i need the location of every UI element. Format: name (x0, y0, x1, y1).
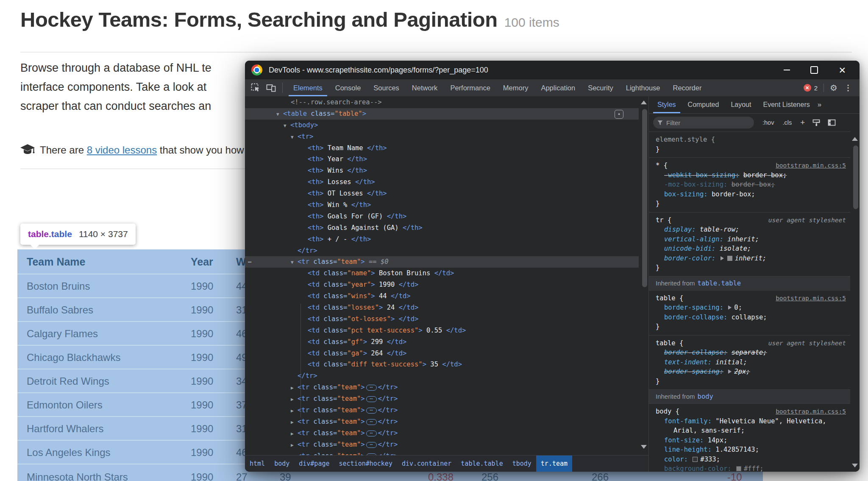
devtools-tab-lighthouse[interactable]: Lighthouse (620, 79, 667, 96)
breadcrumb-html[interactable]: html (245, 456, 270, 472)
breadcrumb-body[interactable]: body (270, 456, 294, 472)
devtools-tab-security[interactable]: Security (581, 79, 620, 96)
css-selector[interactable]: tr { (656, 216, 671, 224)
dom-node-hovered[interactable]: ▼<table class="table">✦ (245, 108, 639, 120)
css-property[interactable]: vertical-align: inherit; (649, 235, 850, 244)
expand-arrow-icon[interactable]: ▶ (291, 440, 298, 451)
stylesheet-source-link[interactable]: bootstrap.min.css:5 (776, 294, 846, 303)
close-button[interactable]: ✕ (838, 66, 846, 75)
inherited-target-link[interactable]: table.table (698, 280, 741, 287)
device-toolbar-icon[interactable] (266, 83, 276, 92)
devtools-tab-performance[interactable]: Performance (444, 79, 496, 96)
breadcrumb-div-page[interactable]: div#page (294, 456, 334, 472)
css-property[interactable]: line-height: 1.42857143; (649, 445, 850, 455)
expand-arrow-icon[interactable]: ▶ (291, 417, 298, 428)
inspect-element-icon[interactable] (250, 83, 261, 92)
sidebar-tabs-overflow-icon[interactable]: » (818, 101, 821, 109)
dom-node[interactable]: ▶<tr class="team">⋯</tr> (245, 428, 639, 439)
minimize-button[interactable] (784, 70, 790, 70)
node-menu-dots[interactable]: ⋯ (248, 256, 252, 268)
inherited-target-link[interactable]: body (698, 393, 713, 400)
toggle-hover-state[interactable]: :hov (762, 119, 774, 126)
stylesheet-source-link[interactable]: bootstrap.min.css:5 (776, 161, 846, 171)
css-property[interactable]: border-spacing: 2px; (649, 367, 850, 377)
expand-arrow-icon[interactable]: ▶ (291, 428, 298, 440)
collapse-arrow-icon[interactable]: ▼ (276, 109, 283, 120)
dom-node[interactable]: <td class="pct text-success"> 0.55 </td> (245, 325, 639, 336)
dom-node[interactable]: <th> Year </th> (245, 154, 639, 165)
dom-node[interactable]: <td class="ot-losses"> </td> (245, 313, 639, 325)
dom-node[interactable]: <td class="name"> Boston Bruins </td> (245, 268, 639, 279)
css-property[interactable]: font-family: "Helvetica Neue", Helvetica… (649, 417, 850, 436)
css-property[interactable]: color: #333; (649, 455, 850, 464)
scroll-up-arrow[interactable] (641, 101, 647, 104)
header-year[interactable]: Year (191, 255, 213, 268)
dom-node-selected[interactable]: ⋯▼<tr class="team"> == $0 (245, 256, 639, 268)
expand-arrow-icon[interactable]: ▶ (291, 383, 298, 394)
dom-node[interactable]: ▶<tr class="team">⋯</tr> (245, 416, 639, 428)
dom-node[interactable]: <td class="diff text-success"> 35 </td> (245, 359, 639, 370)
expand-arrow-icon[interactable] (728, 369, 732, 374)
css-property[interactable]: background-color: #fff; (649, 464, 850, 472)
css-property[interactable]: unicode-bidi: isolate; (649, 244, 850, 254)
css-selector[interactable]: table { (656, 294, 683, 302)
dom-node[interactable]: <td class="year"> 1990 </td> (245, 279, 639, 291)
css-property[interactable]: border-collapse: collapse; (649, 313, 850, 322)
dom-node[interactable]: <td class="gf"> 299 </td> (245, 336, 639, 348)
dom-node[interactable]: <!--.row.search-area--> (245, 97, 639, 108)
dom-node[interactable]: <th> Goals Against (GA) </th> (245, 222, 639, 234)
color-swatch[interactable] (727, 256, 732, 261)
toggle-classes[interactable]: .cls (782, 119, 792, 126)
dom-node[interactable]: </tr> (245, 370, 639, 382)
devtools-tab-memory[interactable]: Memory (497, 79, 535, 96)
scroll-down-arrow[interactable] (641, 445, 647, 449)
css-property[interactable]: font-size: 14px; (649, 436, 850, 445)
css-property[interactable]: -webkit-box-sizing: border-box; (649, 171, 850, 180)
color-swatch[interactable] (693, 457, 698, 462)
breadcrumb-tbody[interactable]: tbody (508, 456, 536, 472)
collapsed-content-pill[interactable]: ⋯ (366, 419, 377, 425)
breadcrumb-div-container[interactable]: div.container (397, 456, 456, 472)
scrollbar-thumb[interactable] (853, 145, 858, 209)
sidebar-tab-styles[interactable]: Styles (651, 96, 682, 113)
collapse-arrow-icon[interactable]: ▼ (291, 257, 298, 268)
breadcrumb-table-table[interactable]: table.table (456, 456, 507, 472)
css-property[interactable]: border-collapse: separate; (649, 348, 850, 358)
dom-node[interactable]: ▶<tr class="team">⋯</tr> (245, 439, 639, 450)
devtools-tab-sources[interactable]: Sources (367, 79, 406, 96)
dom-node[interactable]: ▶<tr class="team">⋯</tr> (245, 382, 639, 393)
breadcrumb-tr-team[interactable]: tr.team (536, 456, 572, 472)
dom-node[interactable]: <th> Team Name </th> (245, 143, 639, 154)
css-property[interactable]: border-color: inherit; (649, 254, 850, 263)
dom-node[interactable]: <th> Win % </th> (245, 199, 639, 211)
scroll-down-arrow[interactable] (852, 464, 858, 467)
dom-node[interactable]: <th> Wins </th> (245, 165, 639, 176)
css-property[interactable]: -moz-box-sizing: border-box; (649, 180, 850, 190)
node-action-badge-icon[interactable]: ✦ (615, 110, 623, 119)
expand-arrow-icon[interactable]: ▶ (291, 405, 298, 417)
dock-sidebar-icon[interactable] (828, 119, 836, 126)
expand-arrow-icon[interactable] (721, 256, 724, 260)
css-property[interactable]: display: table-row; (649, 225, 850, 235)
collapse-arrow-icon[interactable]: ▼ (291, 132, 298, 143)
expand-arrow-icon[interactable] (728, 305, 732, 310)
devtools-tab-console[interactable]: Console (329, 79, 367, 96)
sidebar-tab-computed[interactable]: Computed (682, 96, 725, 113)
settings-gear-icon[interactable]: ⚙ (830, 83, 837, 93)
css-property[interactable]: box-sizing: border-box; (649, 190, 850, 199)
dom-node[interactable]: <th> Losses </th> (245, 176, 639, 188)
collapse-arrow-icon[interactable]: ▼ (284, 120, 290, 132)
devtools-tab-elements[interactable]: Elements (287, 79, 329, 96)
dom-node[interactable]: ▼<tbody> (245, 120, 639, 131)
css-selector[interactable]: * { (656, 162, 668, 169)
dom-node[interactable]: <td class="ga"> 264 </td> (245, 348, 639, 359)
header-team-name[interactable]: Team Name (27, 255, 86, 268)
sidebar-tab-event-listeners[interactable]: Event Listeners (757, 96, 815, 113)
css-property[interactable]: border-spacing: 0; (649, 303, 850, 313)
dom-node[interactable]: </tr> (245, 245, 639, 257)
expand-arrow-icon[interactable]: ▶ (291, 394, 298, 405)
dom-node[interactable]: ▶<tr class="team">⋯</tr> (245, 405, 639, 416)
collapsed-content-pill[interactable]: ⋯ (366, 442, 377, 448)
format-brush-icon[interactable] (812, 119, 820, 126)
video-lessons-link[interactable]: 8 video lessons (87, 144, 157, 156)
